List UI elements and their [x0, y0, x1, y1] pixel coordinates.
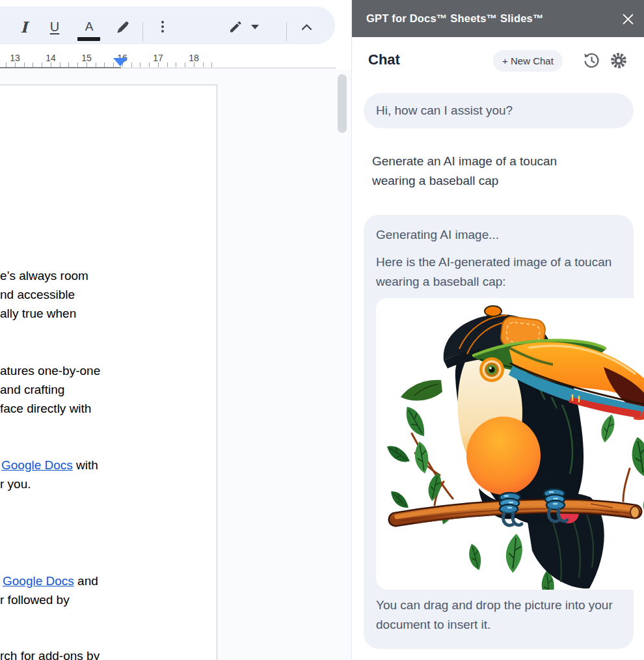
reply-intro-text: Here is the AI-generated image of a touc…	[376, 253, 622, 292]
docs-editor-area: I U A	[0, 0, 351, 660]
user-message: Generate an AI image of a toucan wearing…	[372, 152, 601, 191]
text-color-icon: A	[85, 20, 94, 34]
ruler-number: 15	[81, 53, 92, 63]
document-line: nd accessible	[0, 285, 75, 304]
ruler-number: 13	[10, 53, 20, 63]
more-options-button[interactable]	[152, 16, 174, 38]
ruler-line	[121, 68, 336, 68]
chevron-up-icon	[301, 23, 312, 31]
formatting-toolbar: I U A	[0, 7, 335, 44]
gear-icon	[610, 51, 628, 70]
ruler-number: 18	[189, 53, 199, 63]
document-line: Google Docs and	[3, 571, 98, 590]
text-color-button[interactable]: A	[78, 16, 100, 38]
new-chat-button[interactable]: + New Chat	[493, 50, 563, 72]
generated-toucan-image[interactable]	[376, 298, 644, 590]
editing-mode-caret-icon[interactable]	[251, 25, 259, 29]
document-line: Google Docs with	[1, 456, 98, 474]
text-color-swatch	[77, 37, 100, 41]
doc-link[interactable]: Google Docs	[3, 574, 74, 588]
document-line: ally true when	[0, 304, 76, 323]
generation-status-text: Generating AI image...	[376, 215, 622, 245]
close-sidebar-button[interactable]	[621, 12, 634, 25]
bot-message-reply: Generating AI image... Here is the AI-ge…	[364, 215, 634, 649]
underline-button[interactable]: U	[44, 16, 66, 38]
bot-message-greeting: Hi, how can I assist you?	[364, 93, 634, 128]
settings-button[interactable]	[610, 51, 628, 70]
underline-icon: U	[50, 20, 59, 34]
document-line: face directly with	[0, 399, 91, 418]
addon-sidebar: GPT for Docs™ Sheets™ Slides™ Chat + New…	[351, 0, 644, 660]
document-scrollbar[interactable]	[338, 74, 347, 133]
sidebar-title: GPT for Docs™ Sheets™ Slides™	[366, 12, 544, 25]
italic-icon: I	[21, 18, 28, 36]
highlight-color-button[interactable]	[112, 16, 134, 38]
document-line: and crafting	[0, 380, 64, 399]
pencil-icon	[228, 19, 243, 34]
document-page[interactable]: e’s always room nd accessible ally true …	[0, 85, 217, 660]
toolbar-divider	[142, 22, 143, 41]
close-icon	[623, 14, 634, 25]
sidebar-header: GPT for Docs™ Sheets™ Slides™	[352, 0, 644, 37]
ruler-ticks	[6, 62, 213, 67]
history-icon	[582, 51, 600, 70]
chat-heading: Chat	[368, 51, 400, 68]
reply-hint-text: You can drag and drop the picture into y…	[376, 596, 622, 635]
ruler-number: 14	[46, 53, 56, 63]
document-line: e’s always room	[0, 266, 88, 285]
document-line: atures one-by-one	[0, 361, 100, 380]
italic-button[interactable]: I	[13, 16, 35, 38]
ruler-number: 17	[153, 53, 163, 63]
collapse-toolbar-button[interactable]	[295, 16, 317, 38]
chat-history-button[interactable]	[582, 51, 600, 70]
editing-mode-button[interactable]	[224, 16, 247, 38]
doc-link[interactable]: Google Docs	[1, 458, 73, 472]
highlighter-icon	[115, 19, 131, 34]
document-line: r you.	[0, 474, 31, 493]
toucan-illustration	[376, 298, 644, 590]
toolbar-divider	[286, 22, 287, 41]
document-line: r followed by	[0, 590, 70, 609]
more-vertical-icon	[161, 21, 164, 33]
ruler-line	[0, 67, 121, 68]
margin-marker[interactable]	[113, 58, 127, 66]
document-line: rch for add-ons by	[0, 646, 100, 660]
